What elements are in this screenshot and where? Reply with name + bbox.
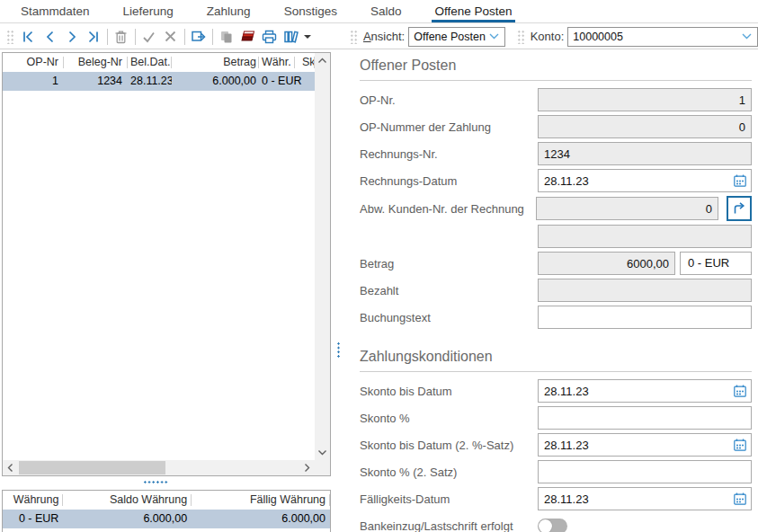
column-header-op-nr[interactable]: OP-Nr	[3, 53, 64, 72]
bankeinzug-toggle-area	[538, 519, 752, 532]
bankeinzug-toggle[interactable]	[538, 519, 567, 532]
previous-record-button[interactable]	[40, 26, 61, 48]
field-row-bezahlt: Bezahlt	[360, 277, 752, 304]
rechnungs-datum-field[interactable]	[538, 169, 752, 192]
account-group-grip[interactable]	[516, 29, 526, 44]
buchungstext-label: Buchungstext	[360, 311, 538, 324]
field-row-skonto-bis-2: Skonto bis Datum (2. %-Satz)	[360, 431, 752, 458]
check-icon	[142, 31, 156, 43]
copy-button[interactable]	[216, 26, 237, 48]
column-header-betrag[interactable]: Betrag	[172, 53, 259, 72]
horizontal-scrollbar[interactable]	[3, 460, 315, 475]
abw-kunden-nr-field	[536, 197, 718, 220]
tab-zahlung[interactable]: Zahlung	[204, 0, 254, 22]
abw-kunden-nr-label: Abw. Kunden-Nr. der Rechnung	[360, 202, 536, 216]
column-header-saldo-waehrung[interactable]: Saldo Währung	[63, 491, 192, 510]
field-row-faelligkeits-datum: Fälligkeits-Datum	[360, 485, 752, 512]
skonto-bis-2-wrap	[538, 433, 752, 457]
tab-lieferung[interactable]: Lieferung	[120, 0, 176, 22]
section-title-offener-posten: Offener Posten	[360, 58, 752, 81]
tab-sonstiges[interactable]: Sonstiges	[281, 0, 340, 22]
first-record-button[interactable]	[18, 26, 40, 48]
column-header-skonto[interactable]: Sk	[295, 53, 315, 72]
vertical-splitter-handle[interactable]	[336, 341, 341, 359]
abw-kunden-name-field	[538, 225, 752, 248]
column-header-faellig-waehrung[interactable]: Fällig Währung	[192, 491, 330, 510]
tab-bar: Stammdaten Lieferung Zahlung Sonstiges S…	[0, 0, 758, 23]
print-button[interactable]	[259, 26, 281, 48]
cell-waehrung: 0 - EUR	[3, 510, 63, 528]
scroll-up-arrow[interactable]	[315, 53, 330, 68]
toolbar-grip[interactable]	[5, 29, 15, 44]
column-header-beleg-nr[interactable]: Beleg-Nr	[64, 53, 128, 72]
account-label: Konto:	[531, 30, 565, 43]
toolbar: Ansicht: Offene Posten Konto: 10000005	[0, 24, 758, 49]
betrag-label: Betrag	[360, 257, 538, 270]
scrollbar-corner	[315, 460, 330, 475]
goto-customer-button[interactable]	[727, 196, 752, 221]
skonto-prozent-field[interactable]	[538, 406, 752, 430]
reports-button[interactable]	[281, 26, 302, 48]
last-record-button[interactable]	[83, 26, 104, 48]
caret-down-icon	[304, 35, 311, 39]
calendar-icon[interactable]	[733, 384, 747, 398]
saldo-row-selected[interactable]: 0 - EUR 6.000,00 6.000,00	[3, 510, 330, 528]
next-record-icon	[67, 31, 77, 43]
buchungstext-field[interactable]	[538, 306, 752, 329]
scroll-right-arrow[interactable]	[299, 460, 315, 475]
refresh-icon	[191, 30, 206, 44]
cancel-button[interactable]	[160, 26, 182, 48]
scroll-down-arrow[interactable]	[315, 445, 330, 460]
previous-record-icon	[45, 31, 56, 43]
betrag-currency-field[interactable]: 0 - EUR	[680, 252, 752, 275]
open-item-row-selected[interactable]: 1 1234 28.11.23 6.000,00 0 - EUR	[3, 72, 315, 91]
refresh-button[interactable]	[188, 26, 210, 48]
vertical-scrollbar[interactable]	[315, 53, 330, 460]
op-zahlung-field	[538, 115, 752, 138]
field-row-abw-kunden-nr: Abw. Kunden-Nr. der Rechnung	[360, 194, 752, 223]
horizontal-scrollbar-thumb[interactable]	[19, 461, 165, 474]
confirm-button[interactable]	[138, 26, 160, 48]
faelligkeits-datum-field[interactable]	[538, 487, 752, 510]
calendar-icon[interactable]	[733, 438, 747, 452]
books-icon	[283, 30, 299, 44]
column-header-bel-dat[interactable]: Bel.Dat.	[128, 53, 172, 72]
account-combobox[interactable]: 10000005	[567, 27, 758, 47]
op-nr-label: OP-Nr.	[360, 93, 538, 107]
open-items-header-row: OP-Nr Beleg-Nr Bel.Dat. Betrag Währ. Sk	[3, 53, 315, 72]
tab-offene-posten[interactable]: Offene Posten	[432, 0, 514, 22]
cell-beleg-nr: 1234	[64, 72, 128, 91]
view-dropdown[interactable]: Offene Posten	[408, 27, 505, 47]
scroll-left-arrow[interactable]	[3, 460, 18, 475]
skonto-prozent-2-label: Skonto % (2. Satz)	[360, 466, 538, 479]
view-dropdown-value: Offene Posten	[414, 31, 486, 43]
column-header-waehr[interactable]: Währ.	[259, 53, 295, 72]
view-group-grip[interactable]	[349, 29, 359, 44]
calendar-icon[interactable]	[733, 492, 747, 506]
reports-dropdown-button[interactable]	[302, 26, 313, 48]
field-row-rechnungs-nr: Rechnungs-Nr.	[360, 140, 752, 167]
toolbar-separator	[212, 29, 213, 45]
journal-button[interactable]	[237, 26, 259, 48]
next-record-button[interactable]	[61, 26, 83, 48]
field-row-skonto-prozent: Skonto %	[360, 404, 752, 431]
delete-button[interactable]	[111, 26, 132, 48]
horizontal-splitter-handle[interactable]	[143, 480, 168, 484]
tab-stammdaten[interactable]: Stammdaten	[18, 0, 93, 22]
column-header-waehrung[interactable]: Währung	[3, 491, 63, 510]
bezahlt-field	[538, 279, 752, 302]
section-title-zahlungskonditionen: Zahlungskonditionen	[360, 349, 752, 372]
calendar-icon[interactable]	[733, 173, 747, 188]
skonto-bis-field[interactable]	[538, 379, 752, 403]
skonto-bis-2-field[interactable]	[538, 433, 752, 457]
field-row-rechnungs-datum: Rechnungs-Datum	[360, 167, 752, 194]
bankeinzug-label: Bankeinzug/Lastschrift erfolgt	[360, 519, 538, 532]
tab-saldo[interactable]: Saldo	[368, 0, 405, 22]
saldo-grid-panel: Währung Saldo Währung Fällig Währung 0 -…	[2, 490, 331, 532]
field-row-skonto-prozent-2: Skonto % (2. Satz)	[360, 458, 752, 485]
account-combobox-value: 10000005	[573, 31, 623, 43]
chevron-down-icon	[489, 33, 499, 40]
copy-icon	[219, 30, 234, 44]
skonto-prozent-2-field[interactable]	[538, 460, 752, 483]
field-row-abw-kunden-name	[360, 223, 752, 250]
